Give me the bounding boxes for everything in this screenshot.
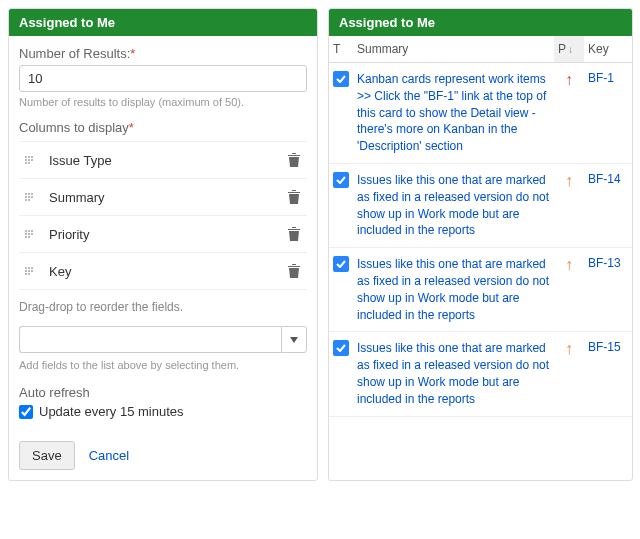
col-header-summary[interactable]: Summary	[353, 36, 554, 63]
issue-key-link[interactable]: BF-1	[584, 63, 632, 164]
field-list: Issue TypeSummaryPriorityKey	[19, 141, 307, 290]
add-fields-hint: Add fields to the list above by selectin…	[19, 359, 307, 371]
field-label: Issue Type	[49, 153, 287, 168]
trash-icon[interactable]	[287, 152, 301, 168]
priority-arrow-icon: ↑	[554, 332, 584, 416]
results-panel-title: Assigned to Me	[329, 9, 632, 36]
field-label: Priority	[49, 227, 287, 242]
priority-arrow-icon: ↑	[554, 63, 584, 164]
col-header-priority[interactable]: P↓	[554, 36, 584, 63]
priority-arrow-icon: ↑	[554, 163, 584, 247]
columns-label: Columns to display*	[19, 120, 307, 135]
table-row: Kanban cards represent work items >> Cli…	[329, 63, 632, 164]
table-row: Issues like this one that are marked as …	[329, 332, 632, 416]
results-panel: Assigned to Me T Summary P↓ Key Kanban c…	[328, 8, 633, 481]
col-header-key[interactable]: Key	[584, 36, 632, 63]
field-row[interactable]: Key	[19, 253, 307, 290]
issue-type-icon	[333, 71, 349, 87]
summary-link[interactable]: Kanban cards represent work items >> Cli…	[353, 63, 554, 164]
sort-down-icon: ↓	[568, 44, 573, 55]
summary-link[interactable]: Issues like this one that are marked as …	[353, 163, 554, 247]
issue-type-icon	[333, 340, 349, 356]
field-label: Key	[49, 264, 287, 279]
config-panel-title: Assigned to Me	[9, 9, 317, 36]
summary-link[interactable]: Issues like this one that are marked as …	[353, 248, 554, 332]
issue-type-icon	[333, 172, 349, 188]
issue-key-link[interactable]: BF-14	[584, 163, 632, 247]
config-panel: Assigned to Me Number of Results:* Numbe…	[8, 8, 318, 481]
auto-refresh-head: Auto refresh	[19, 385, 307, 400]
add-field-select[interactable]	[19, 326, 281, 353]
drag-handle-icon[interactable]	[25, 189, 35, 205]
table-row: Issues like this one that are marked as …	[329, 248, 632, 332]
issue-key-link[interactable]: BF-13	[584, 248, 632, 332]
save-button[interactable]: Save	[19, 441, 75, 470]
drag-handle-icon[interactable]	[25, 226, 35, 242]
trash-icon[interactable]	[287, 263, 301, 279]
results-table: T Summary P↓ Key Kanban cards represent …	[329, 36, 632, 417]
field-row[interactable]: Summary	[19, 179, 307, 216]
summary-link[interactable]: Issues like this one that are marked as …	[353, 332, 554, 416]
col-header-type[interactable]: T	[329, 36, 353, 63]
trash-icon[interactable]	[287, 189, 301, 205]
auto-refresh-checkbox[interactable]	[19, 405, 33, 419]
issue-key-link[interactable]: BF-15	[584, 332, 632, 416]
reorder-hint: Drag-drop to reorder the fields.	[19, 300, 307, 314]
priority-arrow-icon: ↑	[554, 248, 584, 332]
num-results-input[interactable]	[19, 65, 307, 92]
auto-refresh-row[interactable]: Update every 15 minutes	[19, 404, 307, 419]
issue-type-icon	[333, 256, 349, 272]
drag-handle-icon[interactable]	[25, 152, 35, 168]
num-results-hint: Number of results to display (maximum of…	[19, 96, 307, 108]
cancel-link[interactable]: Cancel	[89, 448, 129, 463]
num-results-label: Number of Results:*	[19, 46, 307, 61]
trash-icon[interactable]	[287, 226, 301, 242]
table-row: Issues like this one that are marked as …	[329, 163, 632, 247]
field-label: Summary	[49, 190, 287, 205]
field-row[interactable]: Issue Type	[19, 142, 307, 179]
add-field-caret[interactable]	[281, 326, 307, 353]
field-row[interactable]: Priority	[19, 216, 307, 253]
auto-refresh-label: Update every 15 minutes	[39, 404, 184, 419]
drag-handle-icon[interactable]	[25, 263, 35, 279]
